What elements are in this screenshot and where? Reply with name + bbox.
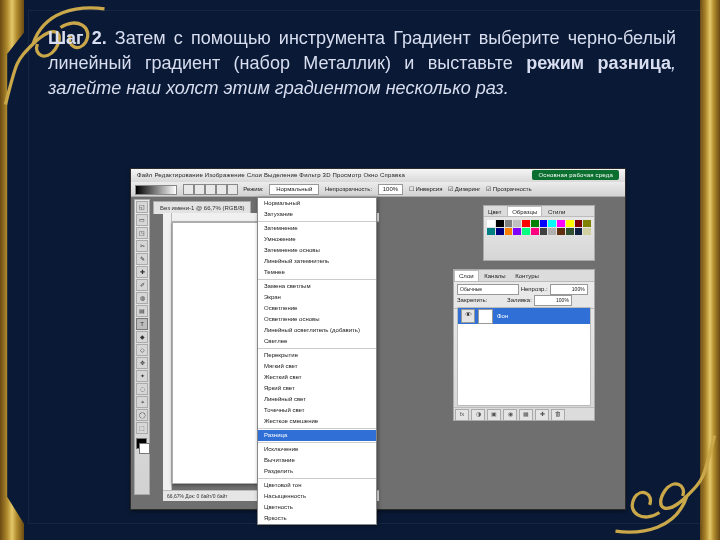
swatch[interactable]: [575, 228, 583, 235]
blend-mode-item[interactable]: Цветовой тон: [258, 480, 376, 491]
layers-footer-button[interactable]: ✚: [535, 409, 549, 421]
swatch[interactable]: [531, 220, 539, 227]
swatch[interactable]: [522, 220, 530, 227]
transparency-checkbox[interactable]: ☑ Прозрачность: [486, 182, 532, 196]
swatch[interactable]: [583, 228, 591, 235]
swatch[interactable]: [505, 220, 513, 227]
swatch[interactable]: [557, 220, 565, 227]
layer-blend-select[interactable]: Обычные: [457, 284, 519, 295]
visibility-icon[interactable]: 👁: [461, 309, 475, 323]
tool-7[interactable]: ◍: [136, 292, 148, 304]
blend-mode-item[interactable]: Мягкий свет: [258, 361, 376, 372]
layers-footer-button[interactable]: fx: [455, 409, 469, 421]
gradient-type-linear-icon[interactable]: [183, 184, 194, 195]
layer-row[interactable]: 👁 Фон: [458, 308, 590, 324]
blend-mode-item[interactable]: Затемнение: [258, 223, 376, 234]
gradient-preview[interactable]: [135, 185, 177, 195]
swatch[interactable]: [566, 228, 574, 235]
tool-12[interactable]: ✥: [136, 357, 148, 369]
tool-11[interactable]: ◇: [136, 344, 148, 356]
blend-mode-item[interactable]: Разница: [258, 430, 376, 441]
swatches-tab-styles[interactable]: Стили: [544, 207, 569, 217]
blend-mode-item[interactable]: Жесткий свет: [258, 372, 376, 383]
workspace-button[interactable]: Основная рабочая среда: [532, 170, 619, 180]
layers-footer-button[interactable]: ◑: [471, 409, 485, 421]
mode-value[interactable]: Нормальный: [269, 184, 319, 195]
blend-mode-item[interactable]: Нормальный: [258, 198, 376, 209]
swatch[interactable]: [548, 220, 556, 227]
swatch[interactable]: [575, 220, 583, 227]
tool-17[interactable]: ⬚: [136, 422, 148, 434]
opacity-value[interactable]: 100%: [378, 184, 403, 195]
invert-checkbox[interactable]: ☐ Инверсия: [409, 182, 443, 196]
layer-opacity-value[interactable]: 100%: [550, 284, 588, 295]
layer-thumbnail[interactable]: [478, 309, 493, 324]
tool-13[interactable]: ✦: [136, 370, 148, 382]
blend-mode-item[interactable]: Темнее: [258, 267, 376, 278]
blend-mode-item[interactable]: Линейный затемнитель: [258, 256, 376, 267]
layers-footer-button[interactable]: ▣: [487, 409, 501, 421]
gradient-type-reflected-icon[interactable]: [216, 184, 227, 195]
layers-footer-button[interactable]: ◉: [503, 409, 517, 421]
dither-checkbox[interactable]: ☑ Дизеринг: [448, 182, 480, 196]
blend-mode-item[interactable]: Умножение: [258, 234, 376, 245]
swatches-tab-swatches[interactable]: Образцы: [507, 206, 542, 216]
blend-mode-item[interactable]: Перекрытие: [258, 350, 376, 361]
swatch[interactable]: [540, 228, 548, 235]
fill-value[interactable]: 100%: [534, 295, 572, 306]
blend-mode-item[interactable]: Яркий свет: [258, 383, 376, 394]
blend-mode-item[interactable]: Яркость: [258, 513, 376, 524]
background-color-swatch[interactable]: [139, 443, 150, 454]
swatch[interactable]: [557, 228, 565, 235]
blend-mode-item[interactable]: Экран: [258, 292, 376, 303]
tool-0[interactable]: ◱: [136, 201, 148, 213]
blend-mode-item[interactable]: Затемнение основы: [258, 245, 376, 256]
tool-4[interactable]: ✎: [136, 253, 148, 265]
tool-8[interactable]: ▤: [136, 305, 148, 317]
blend-mode-item[interactable]: Цветность: [258, 502, 376, 513]
blend-mode-item[interactable]: Точечный свет: [258, 405, 376, 416]
blend-mode-item[interactable]: Осветление основы: [258, 314, 376, 325]
tool-3[interactable]: ✂: [136, 240, 148, 252]
swatch[interactable]: [505, 228, 513, 235]
swatch[interactable]: [496, 228, 504, 235]
channels-tab[interactable]: Каналы: [480, 271, 509, 282]
layer-name[interactable]: Фон: [497, 313, 508, 319]
blend-mode-item[interactable]: Светлее: [258, 336, 376, 347]
swatch[interactable]: [513, 228, 521, 235]
tool-14[interactable]: ◌: [136, 383, 148, 395]
layers-footer-button[interactable]: ▦: [519, 409, 533, 421]
tool-10[interactable]: ◆: [136, 331, 148, 343]
swatch[interactable]: [496, 220, 504, 227]
swatch[interactable]: [513, 220, 521, 227]
gradient-type-diamond-icon[interactable]: [227, 184, 238, 195]
blend-mode-item[interactable]: Вычитание: [258, 455, 376, 466]
swatch[interactable]: [522, 228, 530, 235]
blend-mode-item[interactable]: Линейный свет: [258, 394, 376, 405]
blend-mode-item[interactable]: Линейный осветлитель (добавить): [258, 325, 376, 336]
swatches-tab-color[interactable]: Цвет: [484, 207, 505, 217]
blend-mode-item[interactable]: Разделить: [258, 466, 376, 477]
swatch[interactable]: [487, 220, 495, 227]
swatch[interactable]: [531, 228, 539, 235]
swatch[interactable]: [540, 220, 548, 227]
swatch[interactable]: [583, 220, 591, 227]
tool-15[interactable]: ⌖: [136, 396, 148, 408]
tool-5[interactable]: ✚: [136, 266, 148, 278]
swatch[interactable]: [548, 228, 556, 235]
tool-6[interactable]: ✐: [136, 279, 148, 291]
swatch[interactable]: [487, 228, 495, 235]
tool-9[interactable]: T: [136, 318, 148, 330]
blend-mode-item[interactable]: Замена светлым: [258, 281, 376, 292]
tool-1[interactable]: ▭: [136, 214, 148, 226]
blend-mode-item[interactable]: Осветление: [258, 303, 376, 314]
layers-tab[interactable]: Слои: [454, 270, 479, 281]
paths-tab[interactable]: Контуры: [511, 271, 543, 282]
blend-mode-item[interactable]: Насыщенность: [258, 491, 376, 502]
tool-2[interactable]: ◳: [136, 227, 148, 239]
gradient-type-radial-icon[interactable]: [194, 184, 205, 195]
layers-footer-button[interactable]: 🗑: [551, 409, 565, 421]
gradient-type-angle-icon[interactable]: [205, 184, 216, 195]
blend-mode-item[interactable]: Затухание: [258, 209, 376, 220]
blend-mode-dropdown[interactable]: НормальныйЗатуханиеЗатемнениеУмножениеЗа…: [257, 197, 377, 525]
